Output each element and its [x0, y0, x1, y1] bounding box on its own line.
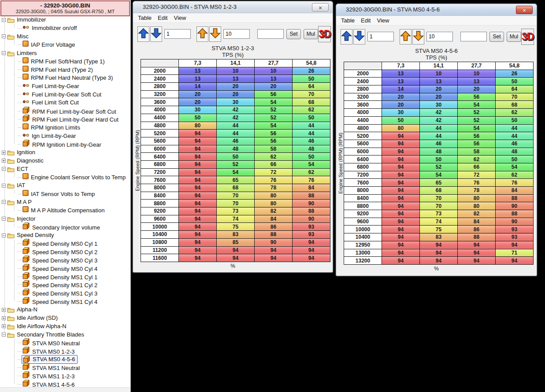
map-cell[interactable]: 50: [420, 155, 458, 163]
map-cell[interactable]: 10: [458, 70, 496, 78]
map-cell[interactable]: 48: [496, 148, 534, 155]
map-cell[interactable]: 50: [217, 153, 255, 161]
map-cell[interactable]: 56: [458, 140, 496, 148]
increment-large-button[interactable]: [196, 26, 208, 42]
map-cell[interactable]: 56: [255, 90, 293, 98]
map-cell[interactable]: 94: [458, 257, 496, 265]
map-cell[interactable]: 44: [420, 124, 458, 132]
map-cell[interactable]: 52: [255, 106, 293, 114]
map-cell[interactable]: 52: [458, 116, 496, 124]
map-cell[interactable]: 44: [293, 122, 330, 129]
tree-item[interactable]: Speed Density MS1 Cyl 3: [0, 289, 130, 297]
map-cell[interactable]: 94: [179, 254, 217, 262]
map-cell[interactable]: 13: [382, 70, 420, 78]
map-cell[interactable]: 90: [496, 218, 534, 226]
map-cell[interactable]: 13: [179, 75, 217, 83]
map-cell[interactable]: 44: [217, 122, 255, 129]
increment-large-button[interactable]: [400, 29, 412, 44]
map-cell[interactable]: 94: [382, 226, 420, 233]
map-cell[interactable]: 54: [420, 171, 458, 179]
map-cell[interactable]: 76: [255, 176, 293, 184]
map-cell[interactable]: 94: [382, 155, 420, 163]
collapse-minus-toggle[interactable]: −: [2, 51, 6, 55]
close-button[interactable]: ✕: [312, 3, 329, 11]
map-cell[interactable]: 90: [293, 215, 330, 223]
map-cell[interactable]: 94: [382, 171, 420, 179]
map-cell[interactable]: 54: [496, 163, 534, 171]
tree-item[interactable]: +Ignition: [0, 148, 130, 157]
map-cell[interactable]: 94: [382, 163, 420, 171]
map-cell[interactable]: 62: [496, 109, 534, 117]
map-cell[interactable]: 20: [382, 101, 420, 109]
map-cell[interactable]: 88: [496, 210, 534, 218]
collapse-minus-toggle[interactable]: −: [2, 18, 6, 22]
map-cell[interactable]: 82: [458, 210, 496, 218]
map-cell[interactable]: 64: [496, 85, 534, 93]
tree-item[interactable]: Speed Density MS1 Cyl 2: [0, 281, 130, 289]
map-cell[interactable]: 76: [496, 179, 534, 187]
map-cell[interactable]: 46: [420, 140, 458, 148]
map-cell[interactable]: 20: [420, 85, 458, 93]
map-cell[interactable]: 94: [179, 145, 217, 153]
tree-item[interactable]: M A P Altitude Compensation: [0, 206, 130, 214]
map-cell[interactable]: 82: [255, 207, 293, 215]
map-cell[interactable]: 72: [458, 171, 496, 179]
tree-item[interactable]: +Alpha-N: [0, 306, 130, 314]
map-cell[interactable]: 94: [255, 246, 293, 254]
map-cell[interactable]: 62: [458, 155, 496, 163]
map-cell[interactable]: 74: [217, 215, 255, 223]
map-cell[interactable]: 84: [496, 187, 534, 195]
menu-table[interactable]: Table: [135, 14, 155, 22]
map-cell[interactable]: 50: [382, 116, 420, 124]
map-cell[interactable]: 30: [217, 98, 255, 106]
map-cell[interactable]: 94: [179, 184, 217, 192]
tree-item[interactable]: Speed Density MS0 Cyl 2: [0, 248, 130, 256]
map-cell[interactable]: 58: [255, 145, 293, 153]
map-cell[interactable]: 94: [293, 238, 330, 246]
map-cell[interactable]: 74: [420, 218, 458, 226]
map-cell[interactable]: 68: [217, 184, 255, 192]
tree-item[interactable]: RPM Ignition Limits: [0, 123, 130, 132]
map-cell[interactable]: 52: [217, 160, 255, 168]
tree-item[interactable]: Speed Density MS0 Cyl 3: [0, 256, 130, 264]
map-cell[interactable]: 73: [217, 207, 255, 215]
map-cell[interactable]: 68: [293, 98, 330, 106]
map-cell[interactable]: 42: [420, 116, 458, 124]
map-cell[interactable]: 20: [179, 98, 217, 106]
map-cell[interactable]: 94: [179, 176, 217, 184]
map-cell[interactable]: 14: [382, 85, 420, 93]
collapse-minus-toggle[interactable]: −: [2, 217, 6, 221]
map-cell[interactable]: 13: [179, 67, 217, 75]
map-cell[interactable]: 94: [293, 254, 330, 262]
map-cell[interactable]: 54: [458, 124, 496, 132]
set-value-input[interactable]: [257, 29, 284, 39]
map-cell[interactable]: 94: [382, 202, 420, 210]
menu-edit[interactable]: Edit: [155, 14, 171, 22]
increment-small-button[interactable]: [137, 26, 149, 42]
tree-item[interactable]: −Limiters: [0, 49, 130, 57]
map-cell[interactable]: 30: [420, 101, 458, 109]
map-cell[interactable]: 44: [496, 132, 534, 140]
map-cell[interactable]: 62: [293, 106, 330, 114]
tree-item[interactable]: −Secondary Throttle Blades: [0, 330, 130, 339]
tree-item[interactable]: −Speed Density: [0, 231, 130, 240]
collapse-minus-toggle[interactable]: −: [2, 184, 6, 188]
tree-item[interactable]: −M A P: [0, 198, 130, 207]
tree-item[interactable]: Fuel Limit-by-Gear: [0, 82, 130, 90]
map-cell[interactable]: 26: [496, 70, 534, 78]
collapse-minus-toggle[interactable]: −: [2, 167, 6, 171]
map-cell[interactable]: 94: [382, 218, 420, 226]
tree-item[interactable]: −Misc: [0, 33, 130, 41]
map-cell[interactable]: 75: [420, 226, 458, 233]
tree-item[interactable]: RPM Fuel Limit-by-Gear Hard Cut: [0, 115, 130, 124]
close-button[interactable]: ✕: [516, 6, 533, 14]
decrement-large-button[interactable]: [209, 26, 221, 42]
map-cell[interactable]: 94: [179, 192, 217, 200]
map-cell[interactable]: 50: [293, 153, 330, 161]
map-cell[interactable]: 94: [217, 246, 255, 254]
map-cell[interactable]: 94: [293, 246, 330, 254]
tree-item[interactable]: +Diagnostic: [0, 157, 130, 165]
map-cell[interactable]: 56: [458, 93, 496, 101]
map-cell[interactable]: 50: [496, 155, 534, 163]
window-titlebar[interactable]: 32920-30G00.BIN - STVA MS0 1-2-3 ✕: [133, 1, 333, 13]
